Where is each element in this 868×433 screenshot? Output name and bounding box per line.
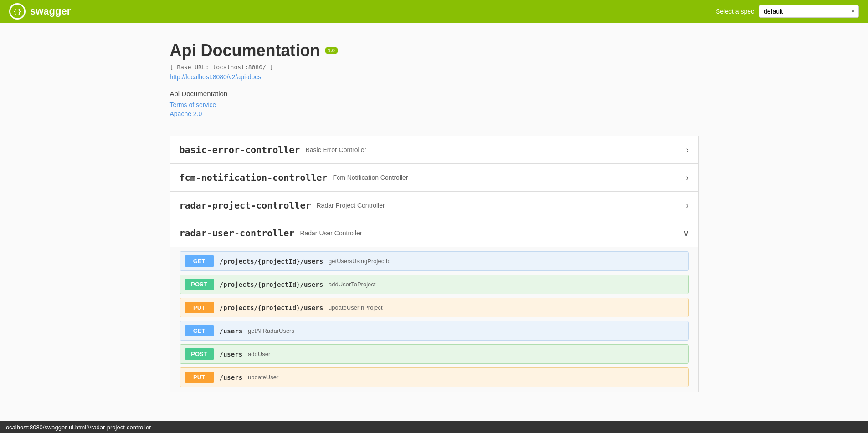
endpoint-operation: getUsersUsingProjectId [329, 258, 391, 265]
controller-name: radar-user-controller [180, 228, 295, 239]
swagger-logo-icon: { } [9, 3, 26, 20]
controller-section-radar-user-controller: radar-user-controllerRadar User Controll… [170, 219, 699, 392]
controller-title: fcm-notification-controllerFcm Notificat… [180, 172, 408, 183]
controller-description: Radar Project Controller [316, 202, 385, 209]
method-badge-get: GET [185, 255, 214, 267]
spec-select-wrapper[interactable]: default [759, 5, 859, 18]
main-content: Api Documentation 1.0 [ Base URL: localh… [161, 41, 708, 392]
controller-name: fcm-notification-controller [180, 172, 328, 183]
api-docs-link[interactable]: http://localhost:8080/v2/api-docs [170, 73, 699, 81]
method-badge-get: GET [185, 325, 214, 336]
endpoint-operation: updateUserInProject [329, 304, 383, 311]
controller-name: radar-project-controller [180, 200, 311, 211]
controller-title: radar-project-controllerRadar Project Co… [180, 200, 385, 211]
endpoint-row[interactable]: PUT/projects/{projectId}/usersupdateUser… [180, 298, 689, 317]
controllers-list: basic-error-controllerBasic Error Contro… [170, 136, 699, 392]
controller-title: radar-user-controllerRadar User Controll… [180, 228, 362, 239]
endpoint-path: /users [220, 327, 243, 335]
chevron-right-icon: › [686, 145, 689, 155]
endpoint-row[interactable]: GET/usersgetAllRadarUsers [180, 321, 689, 341]
api-header: Api Documentation 1.0 [ Base URL: localh… [170, 41, 699, 117]
controller-description: Fcm Notification Controller [333, 174, 408, 181]
method-badge-post: POST [185, 348, 214, 360]
controller-description: Basic Error Controller [305, 146, 366, 153]
controller-header-radar-user-controller[interactable]: radar-user-controllerRadar User Controll… [170, 219, 698, 247]
navbar-right: Select a spec default [716, 5, 859, 18]
endpoint-path: /projects/{projectId}/users [220, 304, 324, 311]
endpoint-row[interactable]: GET/projects/{projectId}/usersgetUsersUs… [180, 251, 689, 271]
controller-header-fcm-notification-controller[interactable]: fcm-notification-controllerFcm Notificat… [170, 164, 698, 191]
method-badge-put: PUT [185, 302, 214, 313]
api-description: Api Documentation [170, 90, 699, 97]
endpoint-path: /users [220, 351, 243, 358]
endpoint-row[interactable]: POST/projects/{projectId}/usersaddUserTo… [180, 275, 689, 294]
spec-select-label: Select a spec [716, 8, 754, 15]
controller-description: Radar User Controller [300, 229, 362, 237]
brand-name: swagger [30, 5, 71, 17]
navbar: { } swagger Select a spec default [0, 0, 868, 23]
endpoint-row[interactable]: PUT/usersupdateUser [180, 367, 689, 387]
endpoint-path: /projects/{projectId}/users [220, 281, 324, 288]
base-url: [ Base URL: localhost:8080/ ] [170, 64, 699, 71]
chevron-right-icon: › [686, 173, 689, 183]
endpoint-operation: addUser [248, 351, 270, 357]
controller-section-basic-error-controller: basic-error-controllerBasic Error Contro… [170, 136, 699, 164]
chevron-right-icon: › [686, 201, 689, 210]
endpoint-operation: updateUser [248, 374, 278, 381]
api-title: Api Documentation [170, 41, 320, 60]
endpoint-operation: addUserToProject [329, 281, 375, 288]
controller-header-basic-error-controller[interactable]: basic-error-controllerBasic Error Contro… [170, 136, 698, 163]
endpoint-operation: getAllRadarUsers [248, 327, 294, 334]
spec-select[interactable]: default [759, 5, 859, 18]
controller-section-fcm-notification-controller: fcm-notification-controllerFcm Notificat… [170, 164, 699, 192]
endpoint-path: /users [220, 374, 243, 381]
controller-header-radar-project-controller[interactable]: radar-project-controllerRadar Project Co… [170, 192, 698, 219]
endpoint-path: /projects/{projectId}/users [220, 258, 324, 265]
endpoints-list: GET/projects/{projectId}/usersgetUsersUs… [170, 247, 698, 392]
terms-of-service-link[interactable]: Terms of service [170, 101, 699, 108]
controller-name: basic-error-controller [180, 144, 300, 155]
api-title-row: Api Documentation 1.0 [170, 41, 699, 60]
method-badge-post: POST [185, 279, 214, 290]
version-badge: 1.0 [325, 47, 338, 54]
controller-section-radar-project-controller: radar-project-controllerRadar Project Co… [170, 192, 699, 219]
apache-license-link[interactable]: Apache 2.0 [170, 110, 699, 117]
endpoint-row[interactable]: POST/usersaddUser [180, 344, 689, 364]
method-badge-put: PUT [185, 372, 214, 383]
controller-title: basic-error-controllerBasic Error Contro… [180, 144, 367, 155]
brand: { } swagger [9, 3, 71, 20]
chevron-down-icon: ∨ [683, 228, 689, 238]
